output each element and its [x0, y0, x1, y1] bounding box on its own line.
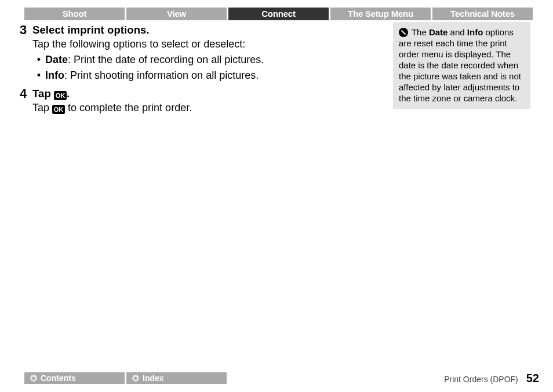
step-4-title-suffix: . — [67, 87, 70, 100]
bullet-dot-icon: • — [32, 68, 45, 83]
step-4-line-prefix: Tap — [32, 102, 52, 113]
step-4-line: Tap OK to complete the print order. — [32, 101, 379, 115]
step-3-bullet-1: • Date: Print the date of recording on a… — [32, 53, 379, 67]
arrow-icon — [30, 375, 37, 382]
tab-setup-menu[interactable]: The Setup Menu — [330, 8, 431, 20]
tab-connect[interactable]: Connect — [228, 8, 329, 20]
step-4: 4 Tap OK. Tap OK to complete the print o… — [20, 86, 379, 115]
step-3-bullet-2-rest: : Print shooting information on all pict… — [64, 69, 259, 81]
tab-view[interactable]: View — [126, 8, 227, 20]
top-tab-bar: Shoot View Connect The Setup Menu Techni… — [24, 8, 533, 20]
step-4-title-prefix: Tap — [32, 87, 54, 100]
step-3: 3 Select imprint options. Tap the follow… — [20, 23, 379, 83]
arrow-icon — [132, 375, 139, 382]
step-3-body: Select imprint options. Tap the followin… — [32, 23, 379, 83]
side-note: The Date and Info options are reset each… — [393, 22, 530, 109]
step-3-bullet-2-label: Info — [45, 69, 64, 81]
note-bold-date: Date — [429, 27, 448, 37]
step-3-bullet-1-label: Date — [45, 54, 68, 65]
footer-nav: Contents Index — [24, 372, 227, 384]
footer-contents-label: Contents — [41, 372, 76, 384]
step-3-title: Select imprint options. — [32, 23, 379, 37]
tab-technical-notes[interactable]: Technical Notes — [432, 8, 533, 20]
tab-shoot[interactable]: Shoot — [24, 8, 125, 20]
step-3-bullet-2-text: Info: Print shooting information on all … — [45, 68, 259, 83]
bullet-dot-icon: • — [32, 53, 45, 67]
step-3-bullet-1-rest: : Print the date of recording on all pic… — [68, 54, 264, 65]
footer-contents-link[interactable]: Contents — [24, 372, 125, 384]
page-number: 52 — [526, 372, 539, 385]
step-4-title: Tap OK. — [32, 86, 379, 101]
footer-section-title: Print Orders (DPOF) — [444, 375, 518, 384]
note-bold-info: Info — [467, 27, 483, 37]
footer-right: Print Orders (DPOF) 52 — [444, 372, 539, 385]
step-3-bullet-2: • Info: Print shooting information on al… — [32, 68, 379, 83]
footer-index-label: Index — [143, 372, 164, 384]
note-rest: options are reset each time the print or… — [399, 27, 521, 103]
step-3-intro: Tap the following options to select or d… — [32, 37, 379, 52]
step-3-number: 3 — [20, 23, 32, 83]
note-mid: and — [448, 27, 467, 37]
step-3-bullet-1-text: Date: Print the date of recording on all… — [45, 53, 264, 67]
note-pre: The — [409, 27, 429, 37]
ok-icon: OK — [52, 105, 65, 114]
main-content: 3 Select imprint options. Tap the follow… — [20, 22, 379, 115]
prohibit-icon — [399, 28, 408, 37]
step-4-number: 4 — [20, 86, 32, 115]
ok-icon: OK — [54, 91, 67, 100]
step-4-body: Tap OK. Tap OK to complete the print ord… — [32, 86, 379, 115]
footer-index-link[interactable]: Index — [126, 372, 227, 384]
step-4-line-suffix: to complete the print order. — [65, 102, 192, 113]
